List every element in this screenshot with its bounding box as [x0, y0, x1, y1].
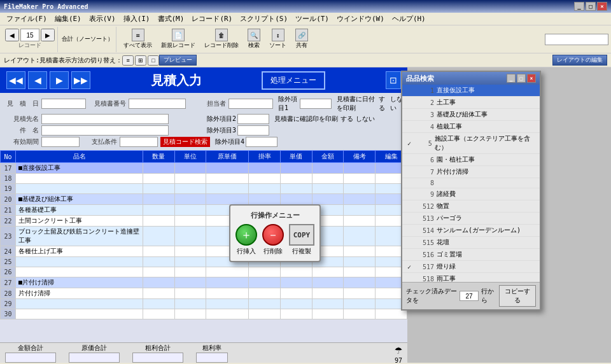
back-button[interactable]: ◀	[5, 29, 19, 41]
table-row[interactable]: 25	[1, 257, 407, 267]
menu-format[interactable]: 書式(M)	[154, 13, 188, 25]
forward-button[interactable]: ▶	[41, 29, 55, 41]
table-row[interactable]: 30	[1, 309, 407, 319]
search-list-item[interactable]: 6園・植社工事	[402, 154, 540, 166]
person-input[interactable]	[228, 99, 273, 109]
menu-help[interactable]: ヘルプ(H)	[388, 13, 430, 25]
table-row[interactable]: 28 片付け清掃	[1, 288, 407, 299]
table-row[interactable]: 19	[1, 184, 407, 194]
copy-to-button[interactable]: コピーする	[499, 285, 536, 307]
search-close-button[interactable]: ×	[527, 74, 536, 83]
table-row[interactable]: 26	[1, 267, 407, 277]
search-list-item[interactable]: 4植栽工事	[402, 121, 540, 133]
minimize-button[interactable]: _	[574, 2, 584, 11]
edit-layout-button[interactable]: レイアウトの編集	[552, 55, 607, 66]
copy-row-btn[interactable]: COPY 行複製	[289, 224, 314, 256]
insert-icon[interactable]: ＋	[235, 224, 257, 246]
exclude4-input[interactable]	[246, 137, 277, 147]
toggle-panel-button[interactable]: ⊡	[386, 71, 401, 89]
menu-file[interactable]: ファイル(F)	[3, 13, 51, 25]
maximize-button[interactable]: □	[586, 2, 596, 11]
table-row[interactable]: 20 ■基礎及び組体工事	[1, 194, 407, 205]
payment-input[interactable]	[120, 137, 158, 147]
preview-button[interactable]: プレビュー	[159, 55, 197, 66]
last-nav-button[interactable]: ▶▶	[71, 71, 90, 89]
menu-window[interactable]: ウインドウ(W)	[333, 13, 388, 25]
form-view-button[interactable]: □	[148, 55, 159, 66]
cell-name: 各種基礎工事	[16, 205, 143, 216]
show-all-button[interactable]: ≡ すべて表示	[120, 27, 155, 52]
sort-button[interactable]: ↕ ソート	[266, 27, 290, 52]
search-box-area	[545, 34, 608, 45]
menu-tools[interactable]: ツール(T)	[291, 13, 333, 25]
cell-qty	[143, 184, 175, 194]
quick-search-input[interactable]	[545, 34, 608, 45]
umbrella-icon-area: ☂ 97	[395, 342, 402, 364]
search-list-item[interactable]: 2土工事	[402, 97, 540, 109]
cell-no: 26	[1, 267, 16, 277]
item-name: 雨工事	[437, 274, 456, 282]
table-row[interactable]: 24 各種仕上げ工事	[1, 246, 407, 257]
cell-name: 土間コンクリート工事	[16, 216, 143, 227]
search-list-item[interactable]: 9諸経費	[402, 188, 540, 200]
total-input[interactable]	[5, 353, 56, 363]
table-view-button[interactable]: ⊞	[135, 55, 146, 66]
search-list-item[interactable]: 514サンルーム(ガーデンルーム)	[402, 225, 540, 237]
delete-row-btn[interactable]: － 行削除	[262, 224, 284, 256]
process-menu-button[interactable]: 処理メニュー	[262, 71, 325, 90]
profit-rate-input[interactable]	[196, 353, 228, 363]
copy-count-input[interactable]	[460, 291, 479, 301]
delete-record-button[interactable]: 🗑 レコード削除	[201, 27, 242, 52]
cost-input[interactable]	[69, 353, 120, 363]
search-list-item[interactable]: 515花壇	[402, 237, 540, 249]
new-record-button[interactable]: 📄 新規レコード	[158, 27, 199, 52]
exclude1-input[interactable]	[300, 99, 332, 109]
menu-script[interactable]: スクリプト(S)	[236, 13, 291, 25]
list-view-button[interactable]: ≡	[122, 55, 134, 66]
search-list-item[interactable]: 3基礎及び組体工事	[402, 109, 540, 121]
search-list-item[interactable]: 516ゴミ置場	[402, 249, 540, 261]
code-search-label[interactable]: 見積コード検索	[160, 137, 210, 147]
valid-input[interactable]	[41, 137, 80, 147]
search-list-item[interactable]: 8	[402, 178, 540, 188]
exclude2-input[interactable]	[237, 114, 269, 124]
search-minimize-button[interactable]: _	[507, 74, 516, 83]
next-nav-button[interactable]: ▶	[50, 71, 69, 89]
profit-input[interactable]	[132, 353, 183, 363]
table-row[interactable]: 21 各種基礎工事	[1, 205, 407, 216]
record-number-input[interactable]	[20, 29, 39, 41]
close-button[interactable]: ×	[597, 2, 607, 11]
search-list-item[interactable]: 512物置	[402, 200, 540, 213]
insert-row-btn[interactable]: ＋ 行挿入	[235, 224, 257, 256]
first-nav-button[interactable]: ◀◀	[6, 71, 25, 89]
cell-unit	[174, 267, 206, 277]
table-row[interactable]: 23 ブロック土留及び鉄筋コンクリート造擁壁工事	[1, 227, 407, 246]
search-list-item[interactable]: 1直接仮設工事	[402, 85, 540, 97]
search-list-item[interactable]: ✓5施設工事（エクステリア工事を含む）	[402, 133, 540, 154]
copy-icon[interactable]: COPY	[289, 224, 314, 246]
menu-edit[interactable]: 編集(E)	[51, 13, 85, 25]
subject-input[interactable]	[41, 125, 169, 136]
table-row[interactable]: 27 ■片付け清掃	[1, 277, 407, 288]
table-row[interactable]: 22 土間コンクリート工事	[1, 216, 407, 227]
search-button[interactable]: 🔍 検索	[244, 27, 263, 52]
menu-record[interactable]: レコード(R)	[188, 13, 236, 25]
prev-nav-button[interactable]: ◀	[28, 71, 47, 89]
search-list-item[interactable]: 518雨工事	[402, 273, 540, 282]
delete-icon[interactable]: －	[262, 224, 284, 246]
table-row[interactable]: 17 ■直接仮設工事	[1, 163, 407, 174]
search-maximize-button[interactable]: □	[517, 74, 526, 83]
menu-insert[interactable]: 挿入(I)	[120, 13, 154, 25]
search-list-item[interactable]: ✓517燈り緑	[402, 261, 540, 273]
table-row[interactable]: 29	[1, 299, 407, 309]
date-input[interactable]	[41, 99, 86, 109]
client-input[interactable]	[41, 114, 169, 124]
table-row[interactable]: 18	[1, 174, 407, 184]
menu-view[interactable]: 表示(V)	[85, 13, 120, 25]
estimate-no-input[interactable]	[129, 99, 186, 109]
search-list-item[interactable]: 7片付け清掃	[402, 166, 540, 178]
exclude3-input[interactable]	[237, 125, 269, 136]
search-list-item[interactable]: 513パーゴラ	[402, 213, 540, 225]
share-button[interactable]: 🔗 共有	[292, 27, 311, 52]
item-number: 5	[414, 140, 432, 147]
